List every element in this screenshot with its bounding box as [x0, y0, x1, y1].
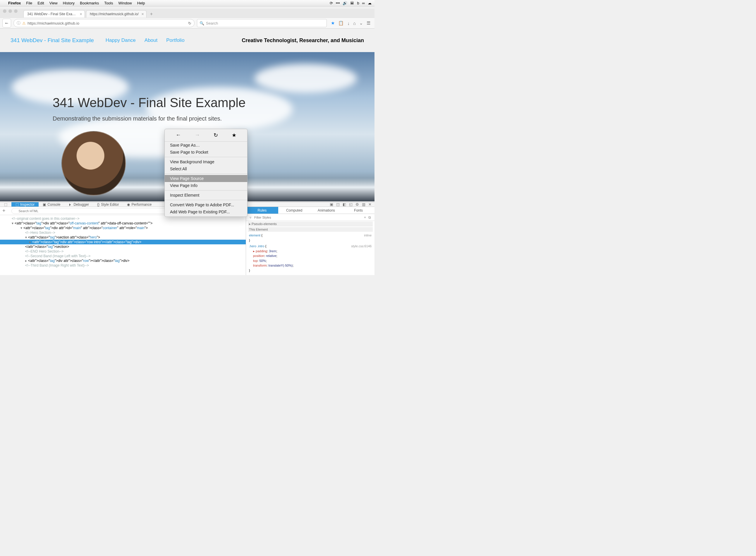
downloads-icon[interactable]: ↓ [347, 21, 350, 26]
zoom-window-icon[interactable] [14, 9, 17, 13]
css-tab-animations[interactable]: Animations [311, 207, 343, 214]
menu-history[interactable]: History [63, 1, 75, 5]
close-icon[interactable]: ✕ [368, 202, 371, 207]
clipboard-icon[interactable]: 📋 [338, 21, 344, 26]
status-icons: ⟳ ••• 🔊 🏛 b ∞ ☁ [330, 1, 371, 5]
devtools-tab-inspector[interactable]: ⬚ Inspector [11, 202, 39, 207]
code-line[interactable]: <!--original content goes in this contai… [0, 216, 246, 221]
info-icon[interactable]: ⓘ [17, 21, 21, 26]
dock-window-icon[interactable]: ◱ [349, 202, 353, 207]
context-menu-item[interactable]: Save Page As… [165, 142, 247, 149]
css-tab-fonts[interactable]: Fonts [342, 207, 374, 214]
tab-title: https://michaelmusick.github.io/ [90, 12, 139, 16]
context-menu-item[interactable]: Add Web Page to Existing PDF... [165, 208, 247, 215]
code-line[interactable]: ▾<attr">class="tag">section attr">class=… [0, 235, 246, 240]
browser-tab[interactable]: https://michaelmusick.github.io/ ✕ [86, 10, 147, 18]
volume-icon[interactable]: 🔊 [343, 1, 347, 5]
status-icon[interactable]: ☁ [368, 1, 371, 5]
menu-help[interactable]: Help [137, 1, 145, 5]
code-line[interactable]: </attr">class="tag">section> [0, 244, 246, 249]
status-icon[interactable]: 🏛 [350, 1, 354, 5]
split-console-icon[interactable]: ◫ [336, 202, 340, 207]
responsive-mode-icon[interactable]: ▣ [330, 202, 333, 207]
app-name[interactable]: Firefox [8, 1, 21, 5]
code-line[interactable]: <!--Second Band (Image Left with Text)--… [0, 254, 246, 258]
menu-file[interactable]: File [26, 1, 32, 5]
hamburger-menu-icon[interactable]: ☰ [367, 21, 370, 26]
devtools-tab-console[interactable]: ▣ Console [39, 202, 64, 207]
devtools-tab-debugger[interactable]: ⏵ Debugger [64, 202, 93, 207]
filter-styles-input[interactable] [252, 215, 363, 220]
context-menu-item[interactable]: Select All [165, 165, 247, 172]
context-menu-item[interactable]: Save Page to Pocket [165, 149, 247, 156]
ctx-reload-icon[interactable]: ↻ [214, 132, 218, 138]
add-element-button[interactable]: + [2, 208, 6, 214]
context-menu-item[interactable]: View Page Info [165, 182, 247, 189]
css-rules[interactable]: ▸ Pseudo-elementsThis Elementelement { i… [246, 221, 374, 275]
css-tab-rules[interactable]: Rules [246, 207, 278, 214]
context-menu: ← → ↻ ★ Save Page As…Save Page to Pocket… [165, 129, 248, 217]
reload-icon[interactable]: ↻ [188, 21, 191, 26]
code-line[interactable]: <!--END Hero Section--> [0, 249, 246, 254]
status-icon[interactable]: ∞ [362, 1, 365, 5]
context-menu-item[interactable]: Convert Web Page to Adobe PDF... [165, 201, 247, 208]
close-icon[interactable]: ✕ [80, 12, 82, 16]
warning-icon[interactable]: ⚠ [22, 21, 26, 26]
code-line[interactable]: <!--Hero Section--> [0, 230, 246, 235]
minimize-window-icon[interactable] [8, 9, 12, 13]
html-tree[interactable]: <!--original content goes in this contai… [0, 215, 246, 275]
devtools-css-pane: Rules Computed Animations Fonts ▿ + ⧉ ▸ … [246, 207, 374, 275]
code-line[interactable]: ▾<attr">class="tag">div attr">class="off… [0, 221, 246, 225]
avatar-image [62, 131, 126, 196]
menu-window[interactable]: Window [118, 1, 132, 5]
url-bar[interactable]: ⓘ ⚠ https://michaelmusick.github.io ↻ [13, 19, 194, 27]
dock-side-icon[interactable]: ◧ [343, 202, 346, 207]
back-button[interactable]: ← [2, 19, 11, 28]
css-tab-computed[interactable]: Computed [278, 207, 311, 214]
browser-tab-bar: 341 WebDev - Final Site Example ✕ https:… [0, 9, 374, 18]
nav-link[interactable]: Happy Dance [106, 37, 136, 43]
status-icon[interactable]: ⟳ [330, 1, 333, 5]
ctx-back-icon[interactable]: ← [176, 132, 181, 138]
home-icon[interactable]: ⌂ [353, 21, 356, 26]
context-menu-item[interactable]: View Background Image [165, 158, 247, 165]
search-bar[interactable]: 🔍 Search [197, 19, 327, 27]
pocket-icon[interactable]: ⌄ [359, 21, 363, 26]
status-icon[interactable]: b [357, 1, 359, 5]
window-traffic-lights[interactable] [3, 9, 17, 13]
devtools-tab-style[interactable]: {} Style Editor [93, 202, 123, 207]
code-line[interactable]: ▸<attr">class="tag">div attr">class="row… [0, 240, 246, 244]
toolbox-options-icon[interactable]: ▥ [362, 202, 365, 207]
site-tagline: Creative Technologist, Researcher, and M… [242, 37, 364, 44]
hero-subtitle: Demonstrating the submission materials f… [53, 115, 246, 122]
status-icon[interactable]: ••• [336, 1, 340, 5]
browser-toolbar: ← ⓘ ⚠ https://michaelmusick.github.io ↻ … [0, 18, 374, 29]
menu-view[interactable]: View [49, 1, 58, 5]
ctx-bookmark-icon[interactable]: ★ [232, 132, 237, 138]
nav-link[interactable]: About [145, 37, 157, 43]
settings-icon[interactable]: ⚙ [356, 202, 359, 207]
pick-element-icon[interactable]: ⬚ [0, 202, 11, 207]
url-text: https://michaelmusick.github.io [28, 21, 79, 26]
code-line[interactable]: <!--Third Band (Image Right with Text)--… [0, 263, 246, 268]
site-title[interactable]: 341 WebDev - Final Site Example [10, 37, 94, 44]
bookmark-star-icon[interactable]: ★ [331, 21, 335, 26]
menu-bookmarks[interactable]: Bookmarks [80, 1, 99, 5]
code-line[interactable]: ▾<attr">class="tag">div attr">id="main" … [0, 225, 246, 230]
new-tab-button[interactable]: + [148, 10, 155, 18]
close-icon[interactable]: ✕ [141, 12, 144, 16]
site-header: 341 WebDev - Final Site Example Happy Da… [0, 29, 374, 52]
add-rule-icon[interactable]: + [363, 215, 367, 219]
nav-link[interactable]: Portfolio [166, 37, 184, 43]
menu-tools[interactable]: Tools [104, 1, 113, 5]
hero-title: 341 WebDev - Final Site Example [53, 95, 246, 110]
context-menu-item[interactable]: View Page Source [165, 175, 247, 182]
close-window-icon[interactable] [3, 9, 6, 13]
devtools-tab-perf[interactable]: ◉ Performance [123, 202, 156, 207]
code-line[interactable]: ▸<attr">class="tag">div attr">class="row… [0, 258, 246, 263]
context-menu-item[interactable]: Inspect Element [165, 192, 247, 199]
toggle-pseudo-icon[interactable]: ⧉ [367, 215, 372, 219]
menu-edit[interactable]: Edit [37, 1, 44, 5]
browser-tab[interactable]: 341 WebDev - Final Site Example ✕ [24, 10, 85, 18]
search-icon: 🔍 [200, 21, 204, 26]
